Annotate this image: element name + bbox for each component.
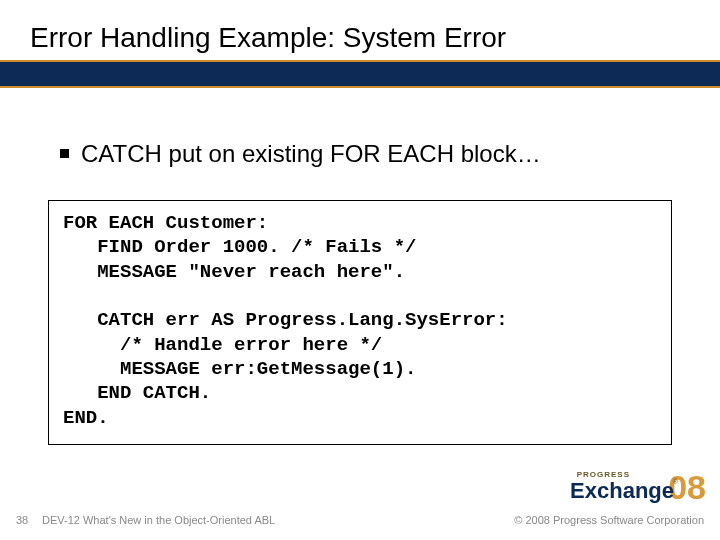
title-accent-bar [0,60,720,88]
conference-logo: PROGRESS 08 Exchange ® [552,470,702,512]
bullet-text: CATCH put on existing FOR EACH block… [81,140,541,168]
code-block: FOR EACH Customer: FIND Order 1000. /* F… [48,200,672,445]
logo-registered-mark: ® [673,478,678,485]
title-block: Error Handling Example: System Error [0,22,720,88]
footer-session-title: DEV-12 What's New in the Object-Oriented… [42,514,514,526]
slide-number: 38 [16,514,42,526]
footer: 38 DEV-12 What's New in the Object-Orien… [0,514,720,526]
bullet-marker [60,149,69,158]
slide-title: Error Handling Example: System Error [0,22,720,60]
bullet-row: CATCH put on existing FOR EACH block… [60,140,680,168]
footer-copyright: © 2008 Progress Software Corporation [514,514,704,526]
logo-event-text: Exchange [570,478,674,504]
